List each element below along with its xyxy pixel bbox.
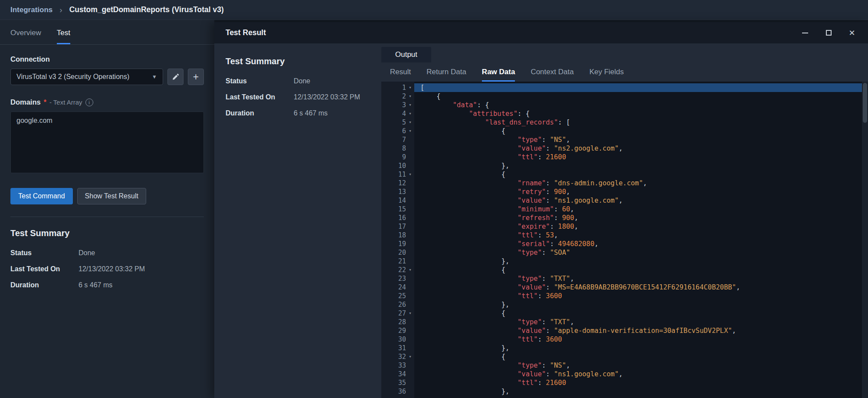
editor-line[interactable]: 26 }, [381, 300, 868, 309]
fold-arrow-icon[interactable]: ▾ [406, 309, 414, 318]
test-command-button[interactable]: Test Command [10, 188, 73, 204]
editor-line[interactable]: 20 "type": "SOA" [381, 248, 868, 257]
code-line[interactable]: "refresh": 900, [414, 214, 868, 222]
code-line[interactable]: "last_dns_records": [ [414, 118, 868, 127]
code-line[interactable]: "value": "MS=E4A68B9AB2BB9670BCE15412F62… [414, 283, 868, 292]
code-line[interactable]: }, [414, 344, 868, 352]
code-line[interactable]: { [414, 92, 868, 101]
subtab-raw-data[interactable]: Raw Data [482, 68, 515, 82]
editor-line[interactable]: 25 "ttl": 3600 [381, 292, 868, 300]
editor-line[interactable]: 18 "ttl": 53, [381, 231, 868, 240]
subtab-result[interactable]: Result [390, 68, 411, 82]
code-line[interactable]: "type": "TXT", [414, 274, 868, 283]
code-line-selected[interactable]: [ [414, 83, 868, 92]
editor-line[interactable]: 24 "value": "MS=E4A68B9AB2BB9670BCE15412… [381, 283, 868, 292]
editor-line[interactable]: 34 "value": "ns1.google.com", [381, 370, 868, 378]
editor-line[interactable]: 28 "type": "TXT", [381, 318, 868, 326]
fold-arrow-icon[interactable]: ▾ [406, 127, 414, 135]
editor-line[interactable]: 19 "serial": 494682080, [381, 240, 868, 248]
code-line[interactable]: }, [414, 257, 868, 266]
code-line[interactable]: "serial": 494682080, [414, 240, 868, 248]
domains-input[interactable]: google.com [10, 112, 204, 173]
code-line[interactable]: "value": "ns2.google.com", [414, 144, 868, 153]
editor-scrollbar[interactable] [862, 82, 868, 398]
editor-line[interactable]: 21 }, [381, 257, 868, 266]
code-line[interactable]: "retry": 900, [414, 187, 868, 196]
editor-line[interactable]: 6▾ { [381, 127, 868, 135]
editor-line[interactable]: 15 "minimum": 60, [381, 205, 868, 214]
code-line[interactable]: "type": "TXT", [414, 318, 868, 326]
editor-line[interactable]: 35 "ttl": 21600 [381, 378, 868, 387]
code-line[interactable]: "value": "ns1.google.com", [414, 370, 868, 378]
editor-line[interactable]: 2▾ { [381, 92, 868, 101]
code-line[interactable]: "minimum": 60, [414, 205, 868, 214]
close-button[interactable]: ✕ [847, 28, 857, 38]
fold-arrow-icon[interactable]: ▾ [406, 266, 414, 274]
tab-output[interactable]: Output [381, 47, 431, 62]
editor-line[interactable]: 17 "expire": 1800, [381, 222, 868, 231]
maximize-button[interactable] [824, 28, 833, 38]
editor-line[interactable]: 36 }, [381, 387, 868, 396]
minimize-button[interactable] [800, 28, 810, 38]
code-line[interactable]: "expire": 1800, [414, 222, 868, 231]
subtab-context-data[interactable]: Context Data [531, 68, 573, 82]
editor-line[interactable]: 27▾ { [381, 309, 868, 318]
editor-line[interactable]: 8 "value": "ns2.google.com", [381, 144, 868, 153]
code-line[interactable]: "type": "SOA" [414, 248, 868, 257]
edit-connection-button[interactable] [167, 69, 183, 85]
code-line[interactable]: "attributes": { [414, 109, 868, 118]
raw-data-editor[interactable]: 1▾[2▾ {3▾ "data": {4▾ "attributes": {5▾ … [381, 82, 868, 398]
fold-arrow-icon[interactable]: ▾ [406, 92, 414, 101]
code-line[interactable]: { [414, 127, 868, 135]
editor-line[interactable]: 13 "retry": 900, [381, 187, 868, 196]
editor-line[interactable]: 16 "refresh": 900, [381, 214, 868, 222]
editor-line[interactable]: 23 "type": "TXT", [381, 274, 868, 283]
subtab-key-fields[interactable]: Key Fields [590, 68, 624, 82]
tab-test[interactable]: Test [57, 29, 70, 44]
fold-arrow-icon[interactable]: ▾ [406, 352, 414, 361]
code-line[interactable]: "ttl": 21600 [414, 153, 868, 161]
fold-arrow-icon[interactable]: ▾ [406, 109, 414, 118]
code-line[interactable]: "ttl": 3600 [414, 335, 868, 344]
info-icon[interactable]: i [85, 99, 93, 106]
connection-select[interactable]: VirusTotal v3 2 (Security Operations) ▼ [10, 69, 163, 85]
code-line[interactable]: "ttl": 3600 [414, 292, 868, 300]
editor-line[interactable]: 9 "ttl": 21600 [381, 153, 868, 161]
editor-line[interactable]: 7 "type": "NS", [381, 135, 868, 144]
editor-line[interactable]: 10 }, [381, 161, 868, 170]
code-line[interactable]: "value": "ns1.google.com", [414, 196, 868, 205]
code-line[interactable]: }, [414, 300, 868, 309]
editor-line[interactable]: 29 "value": "apple-domain-verification=3… [381, 326, 868, 335]
code-line[interactable]: "data": { [414, 101, 868, 109]
editor-line[interactable]: 22▾ { [381, 266, 868, 274]
code-line[interactable]: { [414, 309, 868, 318]
code-line[interactable]: "type": "NS", [414, 361, 868, 370]
editor-line[interactable]: 31 }, [381, 344, 868, 352]
editor-line[interactable]: 12 "rname": "dns-admin.google.com", [381, 179, 868, 187]
code-line[interactable]: "type": "NS", [414, 135, 868, 144]
editor-line[interactable]: 4▾ "attributes": { [381, 109, 868, 118]
code-line[interactable]: "ttl": 53, [414, 231, 868, 240]
breadcrumb-integrations-link[interactable]: Integrations [10, 6, 52, 14]
editor-line[interactable]: 5▾ "last_dns_records": [ [381, 118, 868, 127]
editor-line[interactable]: 11▾ { [381, 170, 868, 179]
subtab-return-data[interactable]: Return Data [426, 68, 466, 82]
editor-line[interactable]: 32▾ { [381, 352, 868, 361]
fold-arrow-icon[interactable]: ▾ [406, 170, 414, 179]
editor-scrollbar-thumb[interactable] [863, 83, 867, 123]
editor-line[interactable]: 1▾[ [381, 83, 868, 92]
code-line[interactable]: "value": "apple-domain-verification=30af… [414, 326, 868, 335]
fold-arrow-icon[interactable]: ▾ [406, 83, 414, 92]
code-line[interactable]: "rname": "dns-admin.google.com", [414, 179, 868, 187]
show-test-result-button[interactable]: Show Test Result [77, 188, 146, 204]
editor-line[interactable]: 14 "value": "ns1.google.com", [381, 196, 868, 205]
code-line[interactable]: }, [414, 387, 868, 396]
editor-line[interactable]: 30 "ttl": 3600 [381, 335, 868, 344]
fold-arrow-icon[interactable]: ▾ [406, 118, 414, 127]
add-connection-button[interactable]: + [188, 69, 204, 85]
tab-overview[interactable]: Overview [10, 29, 41, 44]
code-line[interactable]: { [414, 352, 868, 361]
code-line[interactable]: { [414, 266, 868, 274]
code-line[interactable]: "ttl": 21600 [414, 378, 868, 387]
code-line[interactable]: { [414, 170, 868, 179]
